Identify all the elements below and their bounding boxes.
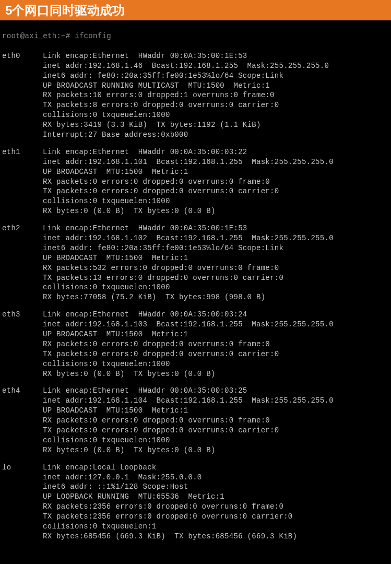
interface-detail: TX packets:0 errors:0 dropped:0 overruns… — [43, 187, 279, 195]
interface-detail: inet6 addr: fe80::20a:35ff:fe00:1e53%lo/… — [43, 244, 283, 252]
interface-block-lo: loLink encap:Local Loopbackinet addr:127… — [2, 463, 389, 542]
interface-detail: UP BROADCAST MTU:1500 Metric:1 — [43, 406, 188, 415]
interface-detail: TX packets:2356 errors:0 dropped:0 overr… — [43, 512, 293, 521]
interface-line: UP LOOPBACK RUNNING MTU:65536 Metric:1 — [2, 492, 389, 502]
interface-detail: RX packets:10 errors:0 dropped:1 overrun… — [43, 91, 275, 99]
interface-detail: collisions:0 txqueuelen:1000 — [43, 111, 170, 119]
interface-line: eth2Link encap:Ethernet HWaddr 00:0A:35:… — [2, 224, 389, 233]
shell-prompt: root@axi_eth:~# ifconfig — [2, 31, 389, 41]
interface-line: inet6 addr: ::1%1/128 Scope:Host — [2, 482, 389, 492]
interface-line: inet addr:192.168.1.102 Bcast:192.168.1.… — [2, 233, 389, 243]
interface-line: TX packets:2356 errors:0 dropped:0 overr… — [2, 512, 389, 522]
interface-line: eth1Link encap:Ethernet HWaddr 00:0A:35:… — [2, 147, 389, 157]
interface-detail: TX packets:0 errors:0 dropped:0 overruns… — [43, 350, 279, 358]
interface-line: TX packets:8 errors:0 dropped:0 overruns… — [2, 100, 389, 110]
interface-detail: inet6 addr: ::1%1/128 Scope:Host — [43, 483, 188, 491]
interface-line: UP BROADCAST MTU:1500 Metric:1 — [2, 330, 389, 339]
interface-list: eth0Link encap:Ethernet HWaddr 00:0A:35:… — [2, 51, 389, 542]
interface-line: RX bytes:77058 (75.2 KiB) TX bytes:998 (… — [2, 292, 389, 302]
interface-line: TX packets:13 errors:0 dropped:0 overrun… — [2, 273, 389, 283]
interface-detail: RX bytes:3419 (3.3 KiB) TX bytes:1192 (1… — [43, 121, 261, 129]
interface-line: inet addr:192.168.1.104 Bcast:192.168.1.… — [2, 396, 389, 406]
interface-detail: RX bytes:685456 (669.3 KiB) TX bytes:685… — [43, 532, 297, 540]
interface-line: inet6 addr: fe80::20a:35ff:fe00:1e53%lo/… — [2, 71, 389, 81]
interface-detail: inet addr:192.168.1.104 Bcast:192.168.1.… — [43, 396, 334, 405]
interface-detail: Link encap:Ethernet HWaddr 00:0A:35:00:1… — [43, 52, 247, 60]
interface-line: eth0Link encap:Ethernet HWaddr 00:0A:35:… — [2, 51, 389, 61]
interface-line: RX bytes:0 (0.0 B) TX bytes:0 (0.0 B) — [2, 445, 389, 455]
interface-detail: inet addr:127.0.0.1 Mask:255.0.0.0 — [43, 473, 202, 481]
interface-line: TX packets:0 errors:0 dropped:0 overruns… — [2, 349, 389, 359]
interface-detail: collisions:0 txqueuelen:1000 — [43, 197, 170, 205]
interface-detail: collisions:0 txqueuelen:1 — [43, 522, 157, 531]
interface-line: collisions:0 txqueuelen:1000 — [2, 196, 389, 206]
interface-line: collisions:0 txqueuelen:1000 — [2, 110, 389, 120]
interface-line: RX packets:0 errors:0 dropped:0 overruns… — [2, 177, 389, 187]
interface-detail: Link encap:Local Loopback — [43, 463, 157, 472]
terminal-output: root@axi_eth:~# ifconfig eth0Link encap:… — [0, 20, 391, 564]
interface-name: eth2 — [2, 224, 43, 233]
interface-line: Interrupt:27 Base address:0xb000 — [2, 130, 389, 140]
interface-detail: Link encap:Ethernet HWaddr 00:0A:35:00:1… — [43, 224, 247, 232]
interface-detail: TX packets:13 errors:0 dropped:0 overrun… — [43, 274, 283, 282]
interface-line: loLink encap:Local Loopback — [2, 463, 389, 473]
interface-detail: inet addr:192.168.1.101 Bcast:192.168.1.… — [43, 158, 334, 166]
interface-detail: RX bytes:0 (0.0 B) TX bytes:0 (0.0 B) — [43, 370, 216, 378]
interface-name: eth4 — [2, 386, 43, 396]
interface-detail: RX packets:0 errors:0 dropped:0 overruns… — [43, 178, 270, 186]
interface-detail: TX packets:8 errors:0 dropped:0 overruns… — [43, 101, 279, 109]
interface-block-eth2: eth2Link encap:Ethernet HWaddr 00:0A:35:… — [2, 224, 389, 302]
interface-detail: Link encap:Ethernet HWaddr 00:0A:35:00:0… — [43, 386, 247, 395]
interface-name: lo — [2, 463, 43, 473]
interface-detail: RX bytes:0 (0.0 B) TX bytes:0 (0.0 B) — [43, 446, 216, 454]
interface-line: UP BROADCAST MTU:1500 Metric:1 — [2, 253, 389, 263]
interface-line: RX bytes:685456 (669.3 KiB) TX bytes:685… — [2, 532, 389, 542]
interface-detail: inet addr:192.168.1.102 Bcast:192.168.1.… — [43, 234, 334, 242]
interface-line: RX packets:532 errors:0 dropped:0 overru… — [2, 263, 389, 273]
interface-detail: RX packets:0 errors:0 dropped:0 overruns… — [43, 340, 270, 348]
interface-line: collisions:0 txqueuelen:1 — [2, 522, 389, 532]
interface-line: RX bytes:0 (0.0 B) TX bytes:0 (0.0 B) — [2, 369, 389, 379]
interface-detail: collisions:0 txqueuelen:1000 — [43, 436, 170, 444]
interface-detail: Link encap:Ethernet HWaddr 00:0A:35:00:0… — [43, 310, 247, 319]
interface-line: inet6 addr: fe80::20a:35ff:fe00:1e53%lo/… — [2, 243, 389, 253]
interface-line: RX packets:0 errors:0 dropped:0 overruns… — [2, 339, 389, 349]
interface-block-eth0: eth0Link encap:Ethernet HWaddr 00:0A:35:… — [2, 51, 389, 140]
interface-line: inet addr:192.168.1.101 Bcast:192.168.1.… — [2, 157, 389, 167]
interface-line: inet addr:192.168.1.46 Bcast:192.168.1.2… — [2, 61, 389, 71]
interface-line: RX packets:10 errors:0 dropped:1 overrun… — [2, 90, 389, 100]
interface-line: UP BROADCAST RUNNING MULTICAST MTU:1500 … — [2, 81, 389, 91]
interface-detail: collisions:0 txqueuelen:1000 — [43, 283, 170, 291]
interface-line: RX bytes:3419 (3.3 KiB) TX bytes:1192 (1… — [2, 120, 389, 130]
interface-line: eth4Link encap:Ethernet HWaddr 00:0A:35:… — [2, 386, 389, 396]
interface-block-eth4: eth4Link encap:Ethernet HWaddr 00:0A:35:… — [2, 386, 389, 455]
interface-line: collisions:0 txqueuelen:1000 — [2, 359, 389, 369]
interface-line: TX packets:0 errors:0 dropped:0 overruns… — [2, 426, 389, 436]
interface-detail: UP LOOPBACK RUNNING MTU:65536 Metric:1 — [43, 492, 224, 501]
interface-detail: RX packets:2356 errors:0 dropped:0 overr… — [43, 502, 283, 511]
interface-line: collisions:0 txqueuelen:1000 — [2, 436, 389, 445]
header-text: 5个网口同时驱动成功 — [5, 3, 125, 17]
interface-detail: UP BROADCAST MTU:1500 Metric:1 — [43, 254, 188, 262]
interface-line: inet addr:127.0.0.1 Mask:255.0.0.0 — [2, 473, 389, 483]
interface-detail: inet addr:192.168.1.46 Bcast:192.168.1.2… — [43, 62, 329, 70]
interface-block-eth1: eth1Link encap:Ethernet HWaddr 00:0A:35:… — [2, 147, 389, 216]
interface-name: eth1 — [2, 147, 43, 157]
interface-detail: TX packets:0 errors:0 dropped:0 overruns… — [43, 426, 279, 434]
interface-detail: RX bytes:77058 (75.2 KiB) TX bytes:998 (… — [43, 293, 265, 301]
interface-detail: RX packets:532 errors:0 dropped:0 overru… — [43, 264, 279, 272]
interface-line: RX packets:2356 errors:0 dropped:0 overr… — [2, 502, 389, 512]
interface-detail: UP BROADCAST MTU:1500 Metric:1 — [43, 330, 188, 338]
interface-line: UP BROADCAST MTU:1500 Metric:1 — [2, 406, 389, 416]
header-banner: 5个网口同时驱动成功 — [0, 0, 391, 20]
interface-detail: UP BROADCAST MTU:1500 Metric:1 — [43, 168, 188, 176]
interface-detail: RX bytes:0 (0.0 B) TX bytes:0 (0.0 B) — [43, 207, 216, 215]
interface-block-eth3: eth3Link encap:Ethernet HWaddr 00:0A:35:… — [2, 310, 389, 379]
interface-line: RX packets:0 errors:0 dropped:0 overruns… — [2, 416, 389, 426]
interface-detail: inet addr:192.168.1.103 Bcast:192.168.1.… — [43, 320, 334, 328]
interface-detail: Link encap:Ethernet HWaddr 00:0A:35:00:0… — [43, 148, 247, 156]
interface-detail: collisions:0 txqueuelen:1000 — [43, 360, 170, 368]
interface-name: eth3 — [2, 310, 43, 320]
interface-detail: UP BROADCAST RUNNING MULTICAST MTU:1500 … — [43, 81, 270, 90]
interface-detail: inet6 addr: fe80::20a:35ff:fe00:1e53%lo/… — [43, 72, 283, 80]
